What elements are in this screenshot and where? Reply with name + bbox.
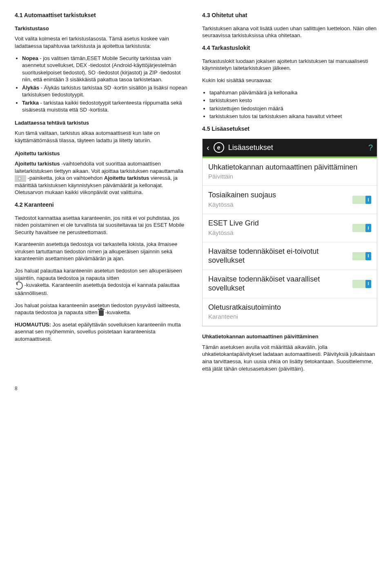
help-icon[interactable]: ? — [368, 142, 373, 153]
phone-title: Lisäasetukset — [228, 143, 364, 152]
sub-ajoitettu: Ajoitettu tarkistus — [15, 150, 190, 157]
setting-title: ESET Live Grid — [208, 219, 348, 228]
list-log-contents: tapahtuman päivämäärä ja kellonaika tark… — [202, 89, 377, 120]
li-tarkka: Tarkka - tarkistaa kaikki tiedostotyypit… — [22, 99, 190, 114]
schedule-switch-icon — [15, 175, 26, 182]
sub-ladattaessa: Ladattaessa tehtävä tarkistus — [15, 119, 190, 127]
toggle-live-grid[interactable]: I — [352, 224, 371, 232]
setting-title: Havaitse todennäköiset vaaralliset sovel… — [208, 275, 348, 293]
p-ajoitettu: Ajoitettu tarkistus -vaihtoehdolla voit … — [15, 160, 190, 196]
phone-header: ‹ e Lisäasetukset ? — [203, 139, 377, 156]
page-number: 8 — [15, 385, 377, 392]
back-icon[interactable]: ‹ — [207, 143, 209, 152]
eset-logo-icon: e — [214, 142, 224, 153]
setting-sub: Käytössä — [208, 201, 348, 209]
li-log-c: tarkistettujen tiedostojen määrä — [209, 105, 377, 112]
setting-sub: Käytössä — [208, 229, 348, 237]
setting-sub: Karanteeni — [208, 313, 371, 321]
setting-detect-dangerous[interactable]: Havaitse todennäköiset vaaralliset sovel… — [203, 270, 377, 298]
p-4-4-2: Kukin loki sisältää seuraavaa: — [202, 77, 377, 84]
restore-icon — [15, 282, 23, 290]
li-alykas: Älykäs - Älykäs tarkistus tarkistaa SD -… — [22, 84, 190, 98]
toggle-realtime[interactable]: I — [352, 196, 371, 204]
heading-4-2: 4.2 Karanteeni — [15, 201, 190, 209]
setting-title: Oletusratkaisutoiminto — [208, 303, 371, 312]
setting-title: Tosiaikainen suojaus — [208, 191, 348, 200]
p-kar-5: HUOMAUTUS: Jos asetat epäilyttävän sovel… — [15, 321, 190, 343]
heading-4-4: 4.4 Tarkastuslokit — [202, 44, 377, 52]
sub-threat-db-auto: Uhkatietokannan automaattinen päivittämi… — [202, 333, 377, 340]
p-kar-4: Jos haluat poistaa karanteeniin asetetun… — [15, 302, 190, 316]
p-kar-1: Tiedostot kannattaa asettaa karanteeniin… — [15, 214, 190, 236]
p-kar-3: Jos haluat palauttaa karanteeniin asetet… — [15, 267, 190, 297]
setting-detect-unwanted[interactable]: Havaitse todennäköiset ei-toivotut sovel… — [203, 242, 377, 270]
p-4-4-1: Tarkastuslokit luodaan jokaisen ajoitetu… — [202, 58, 377, 72]
li-nopea: Nopea - jos valitsen tämän,ESET Mobile S… — [22, 55, 190, 83]
heading-4-1: 4.1 Automaattiset tarkistukset — [15, 11, 190, 19]
setting-title: Uhkatietokannan automaattinen päivittämi… — [208, 163, 371, 172]
toggle-unwanted[interactable]: I — [352, 252, 371, 260]
li-log-b: tarkistuksen kesto — [209, 97, 377, 104]
trash-icon — [99, 310, 104, 316]
setting-threat-db-update[interactable]: Uhkatietokannan automaattinen päivittämi… — [203, 158, 377, 186]
li-log-a: tapahtuman päivämäärä ja kellonaika — [209, 89, 377, 96]
setting-live-grid[interactable]: ESET Live Grid Käytössä I — [203, 214, 377, 242]
setting-title: Havaitse todennäköiset ei-toivotut sovel… — [208, 247, 348, 265]
phone-screenshot: ‹ e Lisäasetukset ? Uhkatietokannan auto… — [202, 139, 377, 327]
list-scan-levels: Nopea - jos valitsen tämän,ESET Mobile S… — [15, 55, 190, 114]
li-log-d: tarkistuksen tulos tai tarkistuksen aika… — [209, 113, 377, 120]
toggle-dangerous[interactable]: I — [352, 280, 371, 288]
setting-default-resolution[interactable]: Oletusratkaisutoiminto Karanteeni — [203, 298, 377, 326]
sub-tarkistustaso: Tarkistustaso — [15, 25, 190, 32]
setting-sub: Päivittäin — [208, 172, 371, 181]
heading-4-5: 4.5 Lisäasetukset — [202, 125, 377, 133]
p-ladattaessa: Kun tämä valitaan, tarkistus alkaa autom… — [15, 130, 190, 144]
setting-realtime-protection[interactable]: Tosiaikainen suojaus Käytössä I — [203, 186, 377, 214]
heading-4-3: 4.3 Ohitetut uhat — [202, 11, 377, 19]
p-threat-db-auto: Tämän asetuksen avulla voit määrittää ai… — [202, 344, 377, 372]
p-4-3: Tarkistuksen aikana voit lisätä uuden uh… — [202, 25, 377, 39]
p-kar-2: Karanteeniin asetettuja tiedostoja voi t… — [15, 241, 190, 262]
p-tarkistustaso: Voit valita kolmesta eri tarkistustasost… — [15, 35, 190, 49]
